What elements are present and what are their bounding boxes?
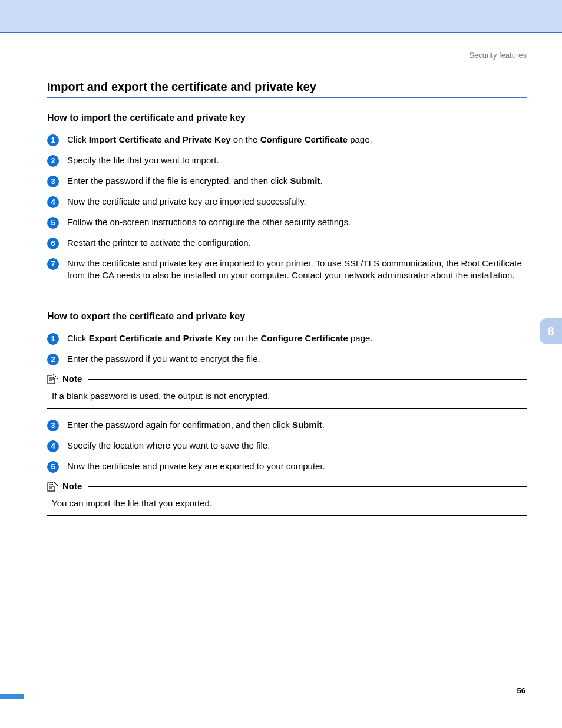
step-number-icon: 4 [47, 196, 59, 208]
list-item: 4 Now the certificate and private key ar… [47, 196, 527, 208]
note-header: Note [47, 481, 527, 492]
note-rule [88, 486, 527, 487]
step-number-icon: 5 [47, 217, 59, 229]
note-rule [88, 379, 527, 380]
note-icon [47, 374, 59, 384]
list-item: 5 Follow the on-screen instructions to c… [47, 216, 527, 229]
note-block: Note If a blank password is used, the ou… [47, 374, 527, 409]
step-text: Enter the password if the file is encryp… [67, 175, 527, 187]
list-item: 2 Specify the file that you want to impo… [47, 154, 527, 167]
step-number-icon: 3 [47, 420, 59, 431]
note-bottom-rule [47, 408, 527, 409]
page-marker [0, 694, 24, 699]
chapter-tab: 8 [540, 318, 562, 344]
top-band [0, 0, 562, 33]
note-label: Note [62, 481, 82, 491]
note-header: Note [47, 374, 527, 384]
note-icon [47, 481, 59, 492]
note-block: Note You can import the file that you ex… [47, 481, 527, 516]
note-label: Note [62, 374, 82, 384]
list-item: 1 Click Import Certificate and Private K… [47, 134, 527, 146]
content-area: Import and export the certificate and pr… [47, 80, 527, 526]
import-steps: 1 Click Import Certificate and Private K… [47, 134, 527, 282]
list-item: 2 Enter the password if you want to encr… [47, 353, 527, 365]
step-text: Restart the printer to activate the conf… [67, 237, 527, 249]
step-number-icon: 5 [47, 461, 59, 473]
step-text: Specify the location where you want to s… [67, 440, 527, 452]
list-item: 5 Now the certificate and private key ar… [47, 460, 527, 473]
section-export-title: How to export the certificate and privat… [47, 311, 527, 322]
step-number-icon: 1 [47, 134, 59, 146]
step-text: Click Import Certificate and Private Key… [67, 134, 527, 146]
step-text: Now the certificate and private key are … [67, 460, 527, 472]
note-body: You can import the file that you exporte… [52, 498, 527, 509]
export-steps-b: 3 Enter the password again for confirmat… [47, 419, 527, 473]
step-number-icon: 3 [47, 176, 59, 187]
list-item: 3 Enter the password again for confirmat… [47, 419, 527, 431]
list-item: 1 Click Export Certificate and Private K… [47, 332, 527, 345]
section-import-title: How to import the certificate and privat… [47, 113, 527, 123]
list-item: 3 Enter the password if the file is encr… [47, 175, 527, 187]
list-item: 6 Restart the printer to activate the co… [47, 237, 527, 249]
step-number-icon: 2 [47, 354, 59, 365]
step-text: Click Export Certificate and Private Key… [67, 332, 527, 344]
step-number-icon: 6 [47, 238, 59, 249]
step-text: Enter the password if you want to encryp… [67, 353, 527, 365]
export-steps-a: 1 Click Export Certificate and Private K… [47, 332, 527, 365]
step-text: Now the certificate and private key are … [67, 258, 527, 282]
step-number-icon: 4 [47, 440, 59, 452]
step-text: Specify the file that you want to import… [67, 154, 527, 166]
step-number-icon: 7 [47, 258, 59, 270]
running-header: Security features [469, 51, 527, 60]
page-title: Import and export the certificate and pr… [47, 80, 527, 98]
list-item: 7 Now the certificate and private key ar… [47, 258, 527, 282]
step-number-icon: 2 [47, 155, 59, 167]
list-item: 4 Specify the location where you want to… [47, 440, 527, 452]
step-text: Follow the on-screen instructions to con… [67, 216, 527, 228]
step-text: Enter the password again for confirmatio… [67, 419, 527, 431]
note-body: If a blank password is used, the output … [52, 390, 527, 402]
note-bottom-rule [47, 515, 527, 516]
page-number: 56 [517, 686, 525, 695]
step-text: Now the certificate and private key are … [67, 196, 527, 207]
page-body: Security features 8 Import and export th… [0, 33, 562, 728]
step-number-icon: 1 [47, 333, 59, 345]
